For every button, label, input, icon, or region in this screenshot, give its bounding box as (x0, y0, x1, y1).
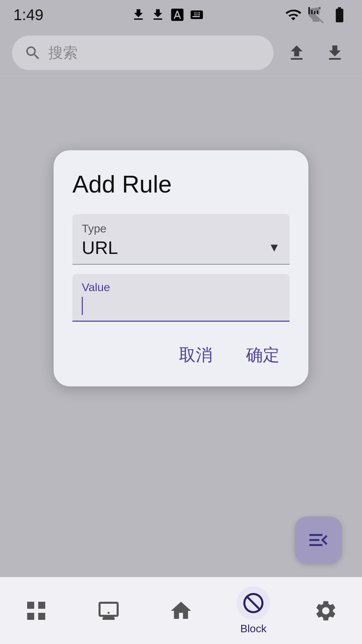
grid-icon-wrap (23, 597, 50, 624)
svg-point-0 (108, 612, 110, 614)
block-icon (241, 591, 265, 615)
grid-icon (24, 599, 48, 623)
settings-icon (314, 599, 338, 623)
nav-item-block[interactable]: Block (217, 586, 290, 635)
chevron-down-icon: ▼ (268, 240, 280, 255)
dialog-title: Add Rule (72, 170, 290, 198)
fab-menu-button[interactable] (295, 517, 342, 564)
cancel-button[interactable]: 取消 (172, 340, 219, 370)
settings-icon-wrap (312, 597, 339, 624)
nav-item-settings[interactable] (290, 597, 362, 624)
type-value-row: URL ▼ (82, 237, 280, 258)
menu-lines-icon (306, 528, 330, 552)
type-label: Type (82, 222, 280, 235)
confirm-button[interactable]: 确定 (239, 340, 286, 370)
dialog-actions: 取消 确定 (72, 340, 290, 370)
type-field[interactable]: Type URL ▼ (72, 214, 290, 265)
home-icon (169, 599, 193, 623)
monitor-icon-wrap (95, 597, 122, 624)
text-cursor (82, 297, 83, 315)
bottom-nav: Block (0, 577, 362, 644)
add-rule-dialog: Add Rule Type URL ▼ Value 取消 确定 (54, 150, 308, 386)
monitor-icon (97, 599, 121, 623)
type-value: URL (82, 237, 118, 258)
nav-item-monitor[interactable] (72, 597, 145, 624)
nav-item-home[interactable] (145, 597, 217, 624)
value-input-line (82, 296, 280, 316)
nav-item-grid[interactable] (0, 597, 72, 624)
block-icon-circle (237, 586, 270, 620)
value-field[interactable]: Value (72, 274, 290, 322)
value-label: Value (82, 281, 280, 294)
block-nav-label: Block (240, 623, 266, 635)
home-icon-wrap (168, 597, 194, 624)
